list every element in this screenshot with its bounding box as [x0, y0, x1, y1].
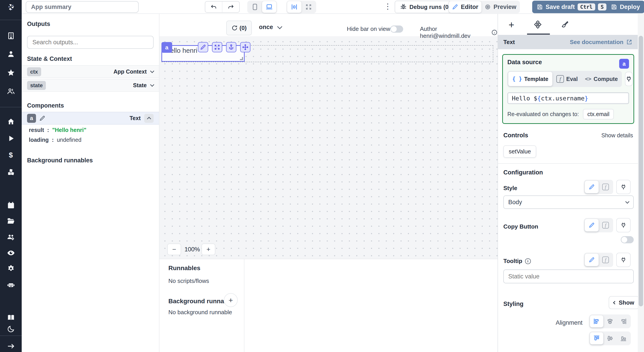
resize-handle[interactable] — [240, 57, 243, 60]
fullscreen-button[interactable] — [302, 1, 316, 13]
template-mode-tab[interactable]: { } Template — [508, 72, 552, 86]
connect-plug-button[interactable] — [625, 72, 632, 86]
edit-pencil-button[interactable] — [198, 42, 208, 52]
template-code-input[interactable]: Hello ${ctx.username} — [507, 92, 629, 104]
compute-mode-tab[interactable]: <> Compute — [582, 76, 621, 82]
setvalue-control-button[interactable]: setValue — [503, 145, 536, 158]
component-id-badge[interactable]: a — [162, 42, 172, 53]
debug-runs-button[interactable]: Debug runs (0) — [395, 1, 456, 13]
home-icon[interactable] — [0, 117, 22, 126]
insert-component-tab[interactable]: + — [501, 16, 522, 33]
panel-scrollbar-thumb[interactable] — [639, 36, 643, 306]
info-icon[interactable] — [491, 29, 498, 36]
expand-component-button[interactable] — [212, 42, 222, 52]
add-background-runnable-button[interactable]: + — [224, 293, 238, 307]
outputs-title: Outputs — [27, 20, 50, 28]
connect-plug-button[interactable] — [616, 218, 630, 232]
users-icon[interactable] — [0, 86, 22, 96]
align-left-button[interactable] — [590, 315, 603, 328]
chevron-down-icon[interactable] — [150, 82, 154, 86]
move-component-button[interactable] — [240, 42, 250, 52]
eval-mode-button[interactable]: f — [598, 181, 612, 193]
styling-show-button[interactable]: Show — [609, 296, 639, 309]
dark-mode-moon-icon[interactable] — [0, 324, 22, 334]
align-center-h-button[interactable] — [603, 315, 617, 328]
eval-mode-tab[interactable]: f Eval — [552, 75, 582, 83]
app-summary-input[interactable] — [26, 1, 139, 13]
panel-divider[interactable] — [244, 259, 244, 352]
groups-settings-icon[interactable] — [0, 232, 22, 242]
alignment-label: Alignment — [556, 319, 582, 326]
folders-icon[interactable] — [0, 216, 22, 226]
editor-tab[interactable]: Editor — [449, 1, 482, 13]
workers-robot-icon[interactable] — [0, 280, 22, 290]
desktop-view-button[interactable] — [262, 1, 276, 13]
schedule-dropdown[interactable]: once — [259, 24, 282, 31]
tooltip-label-row: Tooltip i — [503, 258, 531, 264]
canvas-grid[interactable] — [160, 36, 498, 259]
component-id-badge: a — [27, 114, 36, 123]
controls-title: Controls — [503, 132, 528, 139]
external-link-icon — [626, 39, 632, 45]
workspace-building-icon[interactable] — [0, 31, 22, 41]
align-middle-button[interactable] — [603, 332, 617, 344]
connect-plug-button[interactable] — [616, 180, 630, 194]
align-right-button[interactable] — [617, 315, 630, 328]
zoom-out-button[interactable]: − — [167, 244, 181, 255]
settings-gear-icon[interactable] — [0, 264, 22, 274]
ctx-row[interactable]: ctx App Context — [22, 65, 159, 78]
copy-button-toggle[interactable] — [621, 236, 634, 243]
variables-dollar-icon[interactable]: $ — [0, 150, 22, 160]
save-draft-button[interactable]: Save draft Ctrl S — [532, 1, 611, 13]
state-row[interactable]: state State — [22, 79, 159, 92]
tooltip-input[interactable] — [503, 270, 634, 283]
resources-cubes-icon[interactable] — [0, 167, 22, 177]
chevron-down-icon[interactable] — [150, 69, 154, 73]
author-info: Author henri@windmill.dev — [420, 26, 498, 39]
eval-mode-button[interactable]: f — [598, 254, 612, 266]
style-select[interactable]: Body — [503, 196, 634, 209]
windmill-logo[interactable] — [0, 2, 22, 12]
static-pencil-mode-button[interactable] — [585, 181, 598, 193]
result-line[interactable]: result : "Hello henri" — [29, 127, 86, 133]
preview-tab[interactable]: Preview — [482, 1, 520, 13]
hide-bar-toggle[interactable] — [390, 26, 403, 33]
styling-brush-tab[interactable] — [554, 16, 575, 33]
align-bottom-button[interactable] — [617, 332, 630, 344]
mobile-view-button[interactable] — [248, 1, 262, 13]
loading-line[interactable]: loading : undefined — [29, 137, 82, 143]
align-top-button[interactable] — [590, 332, 603, 344]
debug-runs-label: Debug runs (0) — [410, 4, 450, 10]
refresh-all-button[interactable]: (0) — [226, 20, 252, 35]
more-menu-kebab-icon[interactable]: ⋮ — [384, 2, 392, 11]
component-row[interactable]: a Text — [22, 112, 159, 124]
active-tab-underline — [527, 34, 550, 35]
collapse-arrow-icon[interactable] — [0, 341, 22, 351]
user-icon[interactable] — [0, 49, 22, 59]
runs-play-icon[interactable] — [0, 134, 22, 143]
search-outputs-input[interactable] — [27, 36, 154, 49]
anchor-component-button[interactable] — [226, 42, 236, 52]
docs-book-icon[interactable] — [0, 313, 22, 322]
connect-plug-button[interactable] — [616, 253, 630, 267]
schedules-calendar-icon[interactable] — [0, 200, 22, 210]
state-type-label: State — [133, 82, 147, 88]
static-pencil-mode-button[interactable] — [585, 219, 598, 232]
info-icon[interactable]: i — [525, 258, 531, 264]
redo-button[interactable] — [222, 1, 240, 13]
static-pencil-mode-button[interactable] — [585, 254, 598, 266]
deploy-button[interactable]: Deploy — [606, 1, 644, 13]
centered-layout-button[interactable] — [287, 1, 302, 13]
edit-pencil-icon[interactable] — [39, 115, 46, 122]
undo-button[interactable] — [205, 1, 222, 13]
audit-eye-icon[interactable] — [0, 248, 22, 258]
component-settings-tab[interactable] — [527, 16, 548, 33]
reeval-dependency-badge[interactable]: ctx.email — [583, 109, 614, 120]
zoom-in-button[interactable]: + — [202, 244, 215, 255]
star-icon[interactable] — [0, 68, 22, 78]
see-documentation-link[interactable]: See documentation — [570, 39, 632, 46]
eval-mode-button[interactable]: f — [598, 219, 612, 232]
collapse-component-button[interactable] — [144, 114, 154, 123]
outputs-panel: Outputs State & Context ctx App Context … — [22, 14, 160, 352]
show-details-link[interactable]: Show details — [601, 132, 633, 139]
